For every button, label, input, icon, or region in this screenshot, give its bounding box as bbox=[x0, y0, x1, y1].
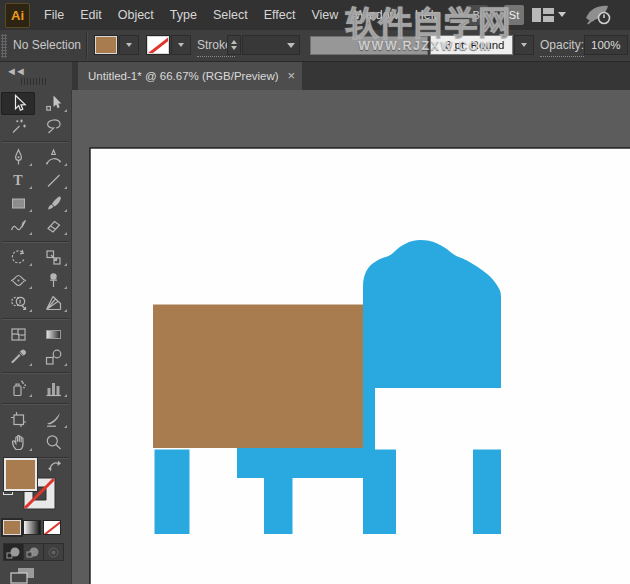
draw-behind-button[interactable] bbox=[24, 544, 44, 560]
draw-normal-button[interactable] bbox=[4, 544, 24, 560]
column-graph-tool-icon bbox=[44, 379, 63, 398]
none-indicator bbox=[147, 36, 169, 54]
hand-tool-icon bbox=[9, 433, 28, 452]
none-button[interactable] bbox=[43, 520, 61, 535]
document-tab[interactable]: Untitled-1* @ 66.67% (RGB/Preview) × bbox=[78, 62, 302, 90]
eraser-tool[interactable] bbox=[36, 215, 70, 238]
collapse-panel-icon[interactable]: ◄◄ bbox=[6, 65, 24, 77]
column-graph-tool[interactable] bbox=[36, 377, 70, 400]
stepper-up-icon bbox=[231, 40, 237, 44]
menu-window[interactable]: Window bbox=[346, 0, 406, 30]
menu-file[interactable]: File bbox=[36, 0, 72, 30]
eyedropper-tool-icon bbox=[9, 348, 28, 367]
draw-inside-button[interactable] bbox=[44, 544, 63, 560]
curvature-tool[interactable] bbox=[36, 146, 70, 169]
blend-tool-icon bbox=[44, 348, 63, 367]
line-segment-tool[interactable] bbox=[36, 169, 70, 192]
lasso-tool-icon bbox=[44, 117, 63, 136]
pen-tool[interactable] bbox=[1, 146, 35, 169]
close-tab-icon[interactable]: × bbox=[287, 68, 295, 83]
divider bbox=[86, 33, 88, 58]
type-tool[interactable]: T bbox=[1, 169, 35, 192]
type-tool-icon: T bbox=[13, 173, 22, 189]
menu-effect[interactable]: Effect bbox=[256, 0, 304, 30]
chevron-down-icon bbox=[178, 43, 184, 47]
divider bbox=[2, 318, 69, 320]
eyedropper-tool[interactable] bbox=[1, 346, 35, 369]
selection-tool[interactable] bbox=[1, 92, 35, 115]
mesh-tool[interactable] bbox=[1, 323, 35, 346]
perspective-grid-tool-icon bbox=[44, 294, 63, 313]
screen-mode-button[interactable] bbox=[10, 567, 40, 584]
artboard-tool[interactable] bbox=[1, 408, 35, 431]
paintbrush-tool[interactable] bbox=[36, 192, 70, 215]
drawing-mode-buttons bbox=[3, 543, 64, 561]
puppet-warp-tool[interactable] bbox=[36, 269, 70, 292]
shape-builder-tool[interactable] bbox=[1, 292, 35, 315]
width-profile-dropdown[interactable] bbox=[310, 36, 428, 55]
stepper-down-icon bbox=[231, 46, 237, 50]
menu-view[interactable]: View bbox=[303, 0, 346, 30]
zoom-tool[interactable] bbox=[36, 431, 70, 454]
eraser-tool-icon bbox=[44, 217, 63, 236]
illustrator-window: { "app": { "logo": "Ai" }, "menu_bar": {… bbox=[0, 0, 630, 584]
shaper-tool[interactable] bbox=[1, 215, 35, 238]
perspective-grid-tool[interactable] bbox=[36, 292, 70, 315]
stroke-weight-stepper[interactable] bbox=[227, 35, 241, 55]
menu-help[interactable]: Help bbox=[407, 0, 449, 30]
brush-definition-dropdown[interactable]: 3 pt. Round bbox=[430, 35, 513, 55]
width-tool[interactable] bbox=[1, 269, 35, 292]
brush-definition-chevron[interactable] bbox=[514, 35, 534, 55]
symbol-sprayer-tool-icon bbox=[9, 379, 28, 398]
canvas-area[interactable] bbox=[72, 90, 630, 584]
chevron-down-icon bbox=[287, 43, 295, 48]
workspace-switcher-icon[interactable] bbox=[532, 8, 554, 22]
table-shape[interactable] bbox=[153, 305, 363, 449]
menu-edit[interactable]: Edit bbox=[72, 0, 110, 30]
menu-object[interactable]: Object bbox=[110, 0, 162, 30]
mesh-tool-icon bbox=[9, 325, 28, 344]
rectangle-tool[interactable] bbox=[1, 192, 35, 215]
panel-grip[interactable] bbox=[21, 78, 48, 85]
fill-color-chevron[interactable] bbox=[119, 35, 139, 55]
opacity-label[interactable]: Opacity: bbox=[540, 35, 584, 57]
menu-type[interactable]: Type bbox=[162, 0, 205, 30]
slice-tool[interactable] bbox=[36, 408, 70, 431]
color-button[interactable] bbox=[3, 520, 21, 535]
rectangle-tool-icon bbox=[9, 194, 28, 213]
gradient-button[interactable] bbox=[23, 520, 41, 535]
gradient-tool[interactable] bbox=[36, 323, 70, 346]
fill-color-swatch[interactable] bbox=[95, 36, 117, 54]
opacity-value-field[interactable]: 100% bbox=[584, 35, 628, 55]
chevron-down-icon bbox=[521, 43, 527, 47]
gradient-tool-icon bbox=[44, 325, 63, 344]
magic-wand-tool-icon bbox=[9, 117, 28, 136]
divider bbox=[2, 403, 69, 405]
shaper-tool-icon bbox=[9, 217, 28, 236]
blend-tool[interactable] bbox=[36, 346, 70, 369]
workspace-chevron-icon[interactable] bbox=[558, 12, 566, 17]
artboard-canvas[interactable] bbox=[72, 90, 630, 584]
control-bar-grip[interactable] bbox=[1, 34, 7, 58]
bridge-button[interactable]: Br bbox=[468, 5, 488, 25]
artboard-tool-icon bbox=[9, 410, 28, 429]
stroke-color-chevron[interactable] bbox=[171, 35, 191, 55]
selection-tool-icon bbox=[9, 94, 28, 113]
slice-tool-icon bbox=[44, 410, 63, 429]
menu-select[interactable]: Select bbox=[205, 0, 256, 30]
hand-tool[interactable] bbox=[1, 431, 35, 454]
direct-selection-tool[interactable] bbox=[36, 92, 70, 115]
stroke-color-swatch[interactable] bbox=[147, 36, 169, 54]
swap-fill-stroke-icon[interactable] bbox=[47, 459, 62, 474]
draw-normal-icon bbox=[6, 546, 21, 559]
magic-wand-tool[interactable] bbox=[1, 115, 35, 138]
draw-inside-icon bbox=[46, 546, 61, 559]
lasso-tool[interactable] bbox=[36, 115, 70, 138]
symbol-sprayer-tool[interactable] bbox=[1, 377, 35, 400]
scale-tool[interactable] bbox=[36, 246, 70, 269]
stock-button[interactable]: St bbox=[504, 5, 524, 25]
gpu-performance-icon[interactable] bbox=[584, 4, 612, 26]
rotate-tool[interactable] bbox=[1, 246, 35, 269]
stroke-weight-dropdown[interactable] bbox=[242, 35, 300, 55]
fill-proxy-swatch[interactable] bbox=[4, 458, 37, 491]
